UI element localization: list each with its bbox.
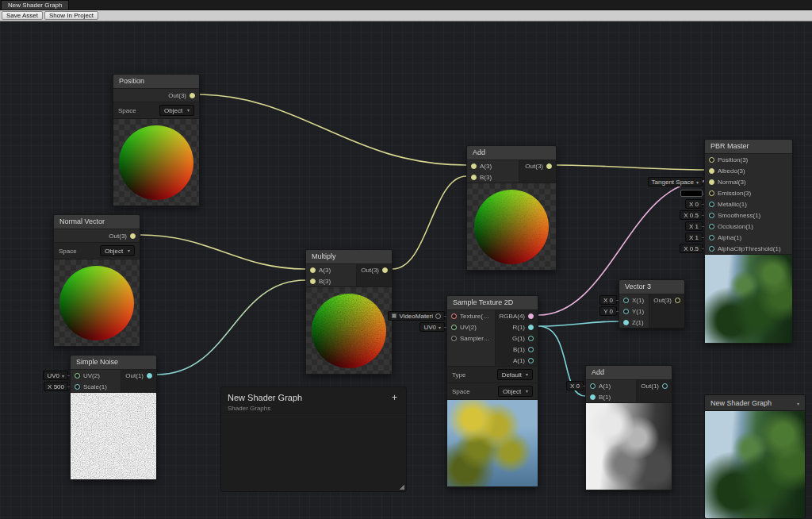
input-port-alpha[interactable] [709, 235, 714, 240]
output-port-out3[interactable] [382, 267, 388, 273]
metallic-value-field[interactable]: X 0 [685, 199, 703, 209]
input-port-alphaclipthreshold[interactable] [709, 246, 714, 252]
output-port-out3[interactable] [675, 298, 680, 303]
input-port-uv[interactable] [451, 325, 457, 330]
input-port-albedo[interactable] [709, 168, 714, 174]
texture-icon [392, 313, 396, 318]
toolbar: Save Asset Show In Project [0, 10, 812, 21]
wire-normal-to-multiply-a[interactable] [140, 235, 305, 269]
occlusion-value-field[interactable]: X 1 [685, 221, 703, 231]
master-preview-panel[interactable]: New Shader Graph [704, 394, 806, 519]
scale-value-field[interactable]: X 500 [44, 382, 68, 391]
wire-position-to-add-a[interactable] [197, 94, 466, 165]
port-label: Alpha(1) [718, 234, 741, 241]
input-port-a[interactable] [590, 383, 596, 389]
node-title[interactable]: Simple Noise [71, 356, 156, 370]
preview-sphere [474, 190, 549, 264]
texture-object-field[interactable]: VideoMateri [388, 311, 445, 321]
wire-noise-to-multiply-b[interactable] [157, 280, 305, 375]
output-port-out3[interactable] [190, 93, 195, 98]
y-value-field[interactable]: Y 0 [599, 306, 617, 316]
node-title[interactable]: Position [113, 75, 199, 89]
space-dropdown[interactable]: Object [100, 245, 135, 256]
input-port-b[interactable] [471, 175, 477, 180]
a-value-field[interactable]: X 0 [566, 381, 584, 390]
node-title[interactable]: Normal Vector [54, 215, 140, 229]
blackboard-panel[interactable]: New Shader Graph + Shader Graphs [220, 386, 407, 492]
blackboard-title[interactable]: New Shader Graph [228, 393, 302, 402]
show-in-project-button[interactable]: Show In Project [44, 11, 98, 20]
save-asset-button[interactable]: Save Asset [2, 11, 43, 20]
node-vector3[interactable]: X 0 Y 0 Vector 3 X(1) Y(1) Z(1) Out(3) [619, 279, 685, 329]
resize-grip[interactable] [399, 484, 404, 490]
chevron-down-icon[interactable] [797, 399, 799, 407]
input-port-normal[interactable] [709, 179, 714, 185]
alphaclip-value-field[interactable]: X 0.5 [680, 244, 703, 253]
node-preview [54, 259, 140, 346]
node-normal-vector[interactable]: Normal Vector Out(3) Space Object [53, 214, 140, 347]
node-pbr-master[interactable]: Tangent Space X 0 X 0.5 X 1 X 1 X 0.5 PB… [704, 139, 793, 344]
input-port-b[interactable] [310, 279, 316, 284]
output-port-b[interactable] [528, 347, 534, 352]
space-dropdown[interactable]: Object [159, 105, 194, 116]
tab-new-shader-graph[interactable]: New Shader Graph [1, 0, 69, 10]
input-port-metallic[interactable] [709, 202, 714, 207]
output-port-out1[interactable] [662, 383, 668, 389]
input-port-smoothness[interactable] [709, 213, 714, 218]
normal-space-dropdown[interactable]: Tangent Space [648, 177, 703, 186]
graph-canvas[interactable]: Position Out(3) Space Object Normal Vect… [0, 21, 812, 519]
output-port-out1[interactable] [147, 373, 152, 379]
chevron-down-icon [187, 106, 190, 114]
smoothness-value-field[interactable]: X 0.5 [680, 210, 703, 220]
node-title[interactable]: Vector 3 [619, 280, 684, 294]
input-port-a[interactable] [471, 163, 477, 169]
node-title[interactable]: Add [467, 146, 556, 160]
node-simple-noise[interactable]: UV0 X 500 Simple Noise UV(2) Scale(1) Ou… [70, 355, 157, 480]
port-label: Y(1) [632, 308, 644, 315]
port-label: Texture(T2) [460, 313, 491, 320]
wire-add-to-albedo[interactable] [557, 165, 704, 170]
input-port-texture[interactable] [451, 313, 457, 319]
uv-channel-dropdown[interactable]: UV0 [43, 371, 68, 380]
output-port-out3[interactable] [546, 163, 552, 169]
port-label: Out(3) [168, 92, 186, 99]
node-title[interactable]: PBR Master [705, 140, 792, 154]
wire-r-to-vector3-z[interactable] [538, 321, 619, 326]
node-position[interactable]: Position Out(3) Space Object [113, 74, 200, 206]
input-port-uv[interactable] [75, 373, 80, 379]
output-port-g[interactable] [528, 336, 534, 341]
input-port-z[interactable] [623, 320, 629, 325]
chevron-down-icon [439, 324, 441, 331]
node-add-bottom[interactable]: X 0 Add A(1) B(1) Out(1) [585, 365, 672, 490]
space-dropdown[interactable]: Object [498, 386, 533, 397]
port-label: B(1) [599, 394, 611, 401]
input-port-sampler[interactable] [451, 336, 457, 341]
input-port-b[interactable] [590, 394, 596, 400]
alpha-value-field[interactable]: X 1 [685, 233, 703, 242]
output-port-r[interactable] [528, 325, 534, 330]
input-port-position[interactable] [709, 157, 714, 163]
master-preview-header[interactable]: New Shader Graph [705, 395, 805, 411]
input-port-scale[interactable] [75, 384, 80, 390]
input-port-a[interactable] [310, 267, 316, 273]
object-picker-icon[interactable] [435, 313, 441, 319]
node-title[interactable]: Sample Texture 2D [447, 296, 538, 310]
x-value-field[interactable]: X 0 [599, 295, 617, 305]
type-dropdown[interactable]: Default [497, 369, 533, 380]
output-port-rgba[interactable] [528, 313, 534, 319]
input-port-emission[interactable] [709, 190, 714, 196]
node-add-top[interactable]: Add A(3) B(3) Out(3) [466, 145, 557, 271]
node-title[interactable]: Add [586, 366, 672, 380]
node-multiply[interactable]: Multiply A(3) B(3) Out(3) [305, 249, 393, 375]
input-port-y[interactable] [623, 309, 629, 314]
uv-channel-dropdown[interactable]: UV0 [419, 322, 445, 332]
input-port-x[interactable] [623, 298, 629, 303]
add-property-button[interactable]: + [389, 392, 400, 403]
node-title[interactable]: Multiply [306, 250, 392, 264]
output-port-a[interactable] [528, 358, 534, 363]
node-sample-texture-2d[interactable]: VideoMateri UV0 Sample Texture 2D Textur… [446, 295, 538, 487]
emission-color-swatch[interactable] [680, 190, 703, 197]
output-port-out3[interactable] [130, 233, 136, 239]
input-port-occlusion[interactable] [709, 224, 714, 229]
wire-multiply-to-add-b[interactable] [393, 176, 466, 269]
